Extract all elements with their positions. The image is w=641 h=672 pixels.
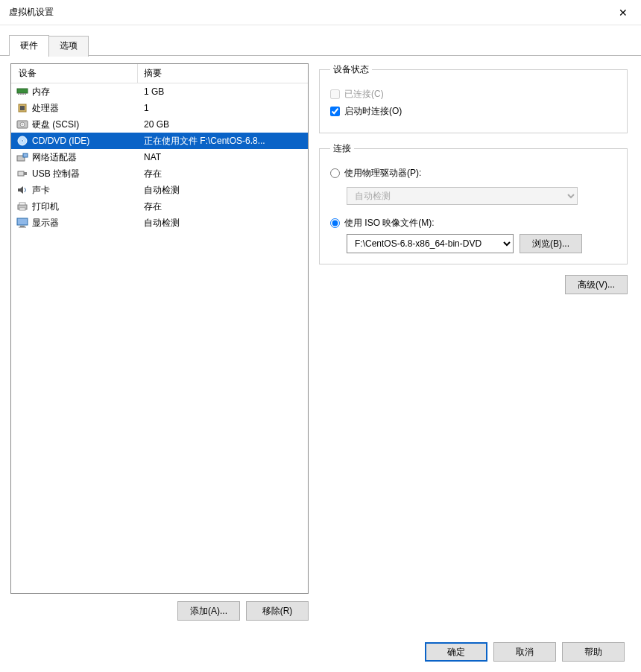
device-summary: 20 GB <box>138 119 308 130</box>
device-summary: 存在 <box>138 168 308 180</box>
cancel-button[interactable]: 取消 <box>493 642 556 662</box>
device-name: 内存 <box>32 86 138 98</box>
svg-rect-3 <box>22 93 24 95</box>
net-icon <box>16 151 29 163</box>
device-summary: NAT <box>138 152 308 162</box>
svg-point-11 <box>22 140 24 142</box>
tab-options[interactable]: 选项 <box>48 36 89 57</box>
device-list-buttons: 添加(A)... 移除(R) <box>10 601 309 621</box>
device-name: USB 控制器 <box>32 168 138 180</box>
disk-icon <box>16 118 29 130</box>
iso-label: 使用 ISO 映像文件(M): <box>344 217 435 229</box>
device-list-header: 设备 摘要 <box>11 64 308 83</box>
svg-rect-22 <box>19 227 26 228</box>
col-header-summary[interactable]: 摘要 <box>138 64 308 83</box>
iso-row-label[interactable]: 使用 ISO 映像文件(M): <box>330 217 616 229</box>
svg-rect-4 <box>25 93 26 95</box>
device-name: CD/DVD (IDE) <box>32 136 138 146</box>
svg-rect-19 <box>19 208 25 210</box>
tabs-row: 硬件 选项 <box>0 25 641 56</box>
svg-rect-2 <box>20 93 22 95</box>
memory-icon <box>16 86 29 98</box>
device-row[interactable]: 硬盘 (SCSI)20 GB <box>11 116 308 133</box>
left-panel: 设备 摘要 内存1 GB处理器1硬盘 (SCSI)20 GBCD/DVD (ID… <box>10 63 309 621</box>
add-button[interactable]: 添加(A)... <box>177 601 240 621</box>
device-name: 打印机 <box>32 200 138 213</box>
window-title: 虚拟机设置 <box>9 6 54 19</box>
svg-rect-20 <box>17 218 28 225</box>
iso-path-select[interactable]: F:\CentOS-6.8-x86_64-bin-DVD <box>347 234 514 253</box>
iso-row: F:\CentOS-6.8-x86_64-bin-DVD 浏览(B)... <box>347 234 616 253</box>
physical-drive-radio[interactable] <box>330 168 340 178</box>
device-row[interactable]: 网络适配器NAT <box>11 149 308 165</box>
titlebar: 虚拟机设置 ✕ <box>0 0 641 25</box>
device-summary: 自动检测 <box>138 217 308 229</box>
ok-button[interactable]: 确定 <box>425 642 487 662</box>
device-name: 显示器 <box>32 217 138 229</box>
svg-rect-0 <box>17 89 28 93</box>
physical-drive-select: 自动检测 <box>347 187 578 205</box>
svg-rect-15 <box>24 172 27 175</box>
connected-checkbox <box>330 89 340 99</box>
usb-icon <box>16 168 29 180</box>
device-row[interactable]: CD/DVD (IDE)正在使用文件 F:\CentOS-6.8... <box>11 133 308 149</box>
device-summary: 1 GB <box>138 86 308 97</box>
advanced-row: 高级(V)... <box>319 275 628 294</box>
device-row[interactable]: 处理器1 <box>11 100 308 116</box>
connection-group: 连接 使用物理驱动器(P): 自动检测 使用 ISO 映像文件(M): F:\C… <box>319 142 628 264</box>
cd-icon <box>16 135 29 147</box>
svg-rect-21 <box>20 226 25 227</box>
physical-drive-row[interactable]: 使用物理驱动器(P): <box>330 167 616 180</box>
connected-label: 已连接(C) <box>344 88 384 101</box>
help-button[interactable]: 帮助 <box>562 642 625 662</box>
device-summary: 正在使用文件 F:\CentOS-6.8... <box>138 135 308 148</box>
device-row[interactable]: 显示器自动检测 <box>11 215 308 231</box>
content-area: 设备 摘要 内存1 GB处理器1硬盘 (SCSI)20 GBCD/DVD (ID… <box>0 56 641 625</box>
browse-button[interactable]: 浏览(B)... <box>520 234 582 253</box>
footer-buttons: 确定 取消 帮助 <box>425 642 625 662</box>
col-header-device[interactable]: 设备 <box>11 64 138 83</box>
device-name: 处理器 <box>32 102 138 115</box>
device-name: 网络适配器 <box>32 151 138 164</box>
right-panel: 设备状态 已连接(C) 启动时连接(O) 连接 使用物理驱动器(P): 自动检测… <box>316 63 631 621</box>
connect-at-start-row[interactable]: 启动时连接(O) <box>330 105 616 118</box>
device-name: 硬盘 (SCSI) <box>32 118 138 131</box>
device-row[interactable]: 声卡自动检测 <box>11 182 308 198</box>
device-status-group: 设备状态 已连接(C) 启动时连接(O) <box>319 63 628 133</box>
device-summary: 存在 <box>138 200 308 213</box>
svg-rect-13 <box>23 153 28 157</box>
iso-radio[interactable] <box>330 218 340 228</box>
connection-legend: 连接 <box>330 142 354 155</box>
device-summary: 自动检测 <box>138 184 308 197</box>
device-list: 设备 摘要 内存1 GB处理器1硬盘 (SCSI)20 GBCD/DVD (ID… <box>10 63 309 594</box>
close-icon[interactable]: ✕ <box>613 4 634 22</box>
sound-icon <box>16 184 29 196</box>
physical-drive-label: 使用物理驱动器(P): <box>344 167 421 180</box>
svg-rect-6 <box>20 106 25 110</box>
device-name: 声卡 <box>32 184 138 197</box>
svg-point-9 <box>22 124 23 125</box>
connected-row: 已连接(C) <box>330 88 616 101</box>
connect-at-start-label: 启动时连接(O) <box>344 105 402 118</box>
cpu-icon <box>16 102 29 114</box>
svg-rect-1 <box>18 93 19 95</box>
advanced-button[interactable]: 高级(V)... <box>565 275 628 294</box>
device-row[interactable]: USB 控制器存在 <box>11 165 308 182</box>
svg-rect-14 <box>18 171 24 176</box>
printer-icon <box>16 200 29 212</box>
svg-rect-18 <box>19 203 25 205</box>
remove-button[interactable]: 移除(R) <box>246 601 309 621</box>
device-row[interactable]: 打印机存在 <box>11 198 308 215</box>
device-status-legend: 设备状态 <box>330 63 372 76</box>
tab-hardware[interactable]: 硬件 <box>9 35 49 56</box>
svg-marker-16 <box>18 186 23 194</box>
connect-at-start-checkbox[interactable] <box>330 107 340 116</box>
device-rows: 内存1 GB处理器1硬盘 (SCSI)20 GBCD/DVD (IDE)正在使用… <box>11 83 308 231</box>
device-row[interactable]: 内存1 GB <box>11 83 308 100</box>
device-summary: 1 <box>138 103 308 113</box>
display-icon <box>16 217 29 229</box>
